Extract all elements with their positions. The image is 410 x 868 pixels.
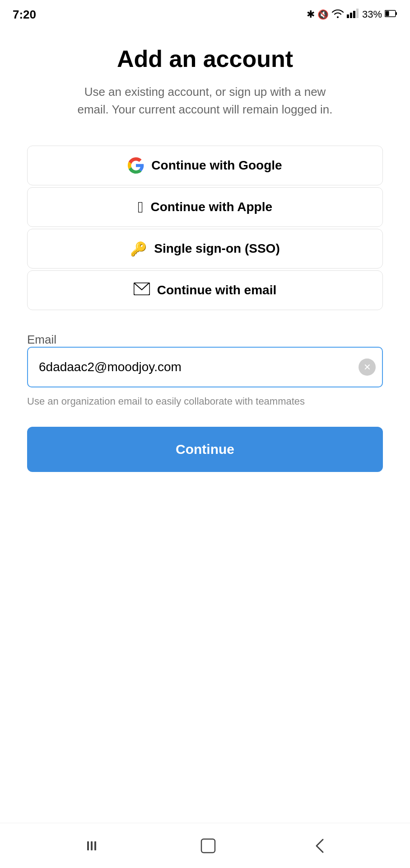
svg-rect-0 [347,14,349,18]
status-right: ✱ 🔇 33% [307,8,397,21]
google-button-label: Continue with Google [151,158,282,173]
envelope-icon [134,283,150,298]
email-form-section: Email ✕ Use an organization email to eas… [27,333,383,472]
svg-rect-3 [356,9,359,18]
svg-rect-11 [201,839,215,853]
page-subtitle: Use an existing account, or sign up with… [70,83,340,118]
status-icons: ✱ 🔇 33% [307,8,397,21]
status-time: 7:20 [13,8,36,22]
bluetooth-icon: ✱ [307,9,315,20]
clear-email-button[interactable]: ✕ [359,359,376,376]
mute-icon: 🔇 [317,9,329,20]
email-signin-button[interactable]: Continue with email [27,270,383,310]
svg-rect-5 [396,12,397,15]
svg-rect-1 [350,13,352,18]
email-input[interactable] [27,347,383,387]
email-label: Email [27,333,56,346]
nav-home-button[interactable] [200,838,216,854]
status-bar: 7:20 ✱ 🔇 [0,0,410,27]
email-hint: Use an organization email to easily coll… [27,395,383,409]
svg-rect-9 [91,841,93,850]
signal-icon [347,8,359,21]
apple-button-label: Continue with Apple [150,200,272,214]
close-icon: ✕ [363,362,371,373]
main-content: Add an account Use an existing account, … [0,27,410,823]
page-title: Add an account [117,45,293,72]
battery-text: 33% [362,9,382,20]
sso-button-label: Single sign-on (SSO) [154,241,280,256]
battery-icon [385,9,397,20]
nav-back-button[interactable] [315,838,325,854]
continue-label: Continue [176,442,234,457]
email-input-wrapper: ✕ [27,347,383,387]
bottom-nav [0,823,410,868]
google-signin-button[interactable]: Continue with Google [27,146,383,185]
google-icon [128,157,144,174]
key-icon: 🔑 [130,241,147,257]
continue-button[interactable]: Continue [27,427,383,472]
wifi-icon [331,8,344,21]
nav-menu-button[interactable] [85,840,102,852]
svg-rect-8 [87,841,89,850]
apple-icon:  [138,199,143,215]
auth-buttons-container: Continue with Google  Continue with App… [27,146,383,310]
email-button-label: Continue with email [157,283,276,297]
svg-rect-2 [353,11,355,18]
svg-rect-6 [386,11,389,16]
apple-signin-button[interactable]:  Continue with Apple [27,187,383,227]
sso-signin-button[interactable]: 🔑 Single sign-on (SSO) [27,229,383,269]
svg-rect-10 [94,841,96,850]
